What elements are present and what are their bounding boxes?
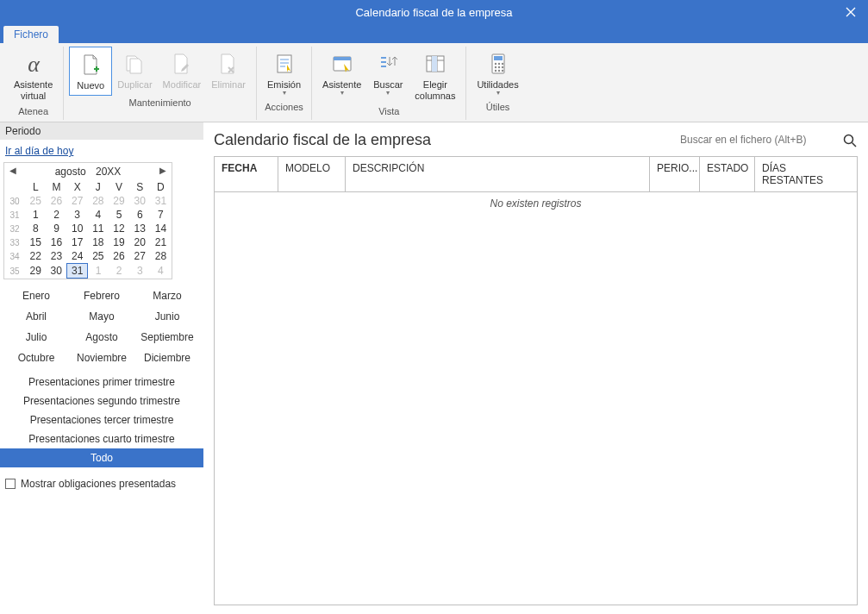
calendar-day[interactable]: 4 [88,208,109,222]
calendar-day[interactable]: 29 [109,194,129,208]
month-shortcut[interactable]: Septiembre [136,329,198,345]
elegir-columnas-button[interactable]: Elegircolumnas [409,47,460,104]
asistente-button[interactable]: Asistente ▾ [317,47,366,104]
month-shortcut[interactable]: Junio [136,309,198,324]
calendar-day[interactable]: 30 [129,194,150,208]
delete-icon [215,50,242,78]
menu-fichero[interactable]: Fichero [3,26,59,43]
calendar-day[interactable]: 23 [46,249,66,264]
calendar-day[interactable]: 18 [88,235,109,249]
calendar-day[interactable]: 21 [150,235,171,249]
calendar-day[interactable]: 28 [88,194,109,208]
month-shortcut[interactable]: Enero [5,288,67,304]
sidebar-header-periodo: Periodo [0,122,203,140]
ribbon: α Asistentevirtual Atenea Nuevo Duplicar [0,43,868,122]
calendar-day[interactable]: 2 [109,264,129,279]
calendar-day[interactable]: 15 [25,235,46,249]
calendar-day[interactable]: 25 [88,249,109,264]
next-month-button[interactable]: ▶ [159,166,166,175]
month-shortcut[interactable]: Abril [5,309,67,324]
prev-month-button[interactable]: ◀ [9,166,16,175]
titlebar: Calendario fiscal de la empresa [0,0,868,24]
sidebar: Periodo Ir al día de hoy ◀ agosto 20XX ▶… [0,122,203,614]
calendar-day[interactable]: 25 [25,194,46,208]
col-estado[interactable]: ESTADO [700,157,755,191]
calendar-day[interactable]: 12 [109,222,129,235]
calendar-day[interactable]: 14 [150,222,171,235]
calendar-day[interactable]: 3 [129,264,150,279]
go-to-today-link[interactable]: Ir al día de hoy [0,140,203,162]
calendar-day[interactable]: 11 [88,222,109,235]
calendar-day[interactable]: 16 [46,235,66,249]
calendar-year[interactable]: 20XX [96,166,121,178]
calendar-day[interactable]: 31 [150,194,171,208]
calendar-day[interactable]: 26 [46,194,66,208]
calendar-day[interactable]: 6 [129,208,150,222]
calendar-day[interactable]: 13 [129,222,150,235]
col-fecha[interactable]: FECHA [215,157,278,191]
presentation-shortcut[interactable]: Presentaciones cuarto trimestre [0,429,203,448]
show-presented-checkbox[interactable] [5,479,16,489]
calendar-day[interactable]: 3 [67,208,88,222]
month-shortcut[interactable]: Mayo [71,309,133,324]
calendar-day[interactable]: 24 [67,249,88,264]
calendar-day[interactable]: 22 [25,249,46,264]
calendar-day[interactable]: 27 [129,249,150,264]
presentation-shortcut[interactable]: Presentaciones tercer trimestre [0,410,203,429]
presentation-shortcut[interactable]: Presentaciones primer trimestre [0,373,203,392]
calendar-day[interactable]: 8 [25,222,46,235]
search-button[interactable] [842,133,858,148]
month-shortcut[interactable]: Diciembre [136,350,198,366]
calendar-day[interactable]: 26 [109,249,129,264]
emision-button[interactable]: Emisión ▾ [262,47,306,100]
close-button[interactable] [834,0,868,24]
svg-point-13 [501,66,503,68]
calendar-day[interactable]: 28 [150,249,171,264]
month-shortcut[interactable]: Julio [5,329,67,345]
calendar-day[interactable]: 9 [46,222,66,235]
presentation-shortcut[interactable]: Todo [0,448,203,467]
asistente-virtual-button[interactable]: α Asistentevirtual [9,47,58,104]
calendar-month[interactable]: agosto [55,166,86,178]
calendar-day[interactable]: 19 [109,235,129,249]
ribbon-group-mantenimiento: Nuevo Duplicar Modificar Eliminar [64,47,257,120]
group-label-atenea: Atenea [18,106,48,118]
columns-icon [422,50,449,78]
calendar-day[interactable]: 10 [67,222,88,235]
dow-header: M [46,180,66,194]
calendar-day[interactable]: 30 [46,264,66,279]
nuevo-button[interactable]: Nuevo [69,47,112,96]
emission-icon [271,50,298,78]
month-shortcut[interactable]: Octubre [5,350,67,366]
calendar-day[interactable]: 17 [67,235,88,249]
calendar-day[interactable]: 31 [67,264,88,279]
search-input[interactable] [678,131,834,149]
asistente-label-1: Asistente [14,79,53,90]
calendar-day[interactable]: 4 [150,264,171,279]
calendar-day[interactable]: 1 [88,264,109,279]
month-shortcut[interactable]: Febrero [71,288,133,304]
calendar-day[interactable]: 20 [129,235,150,249]
col-descripcion[interactable]: DESCRIPCIÓN [346,157,650,191]
month-shortcut[interactable]: Noviembre [71,350,133,366]
eliminar-label: Eliminar [211,79,246,91]
svg-point-14 [494,70,496,72]
calendar-day[interactable]: 29 [25,264,46,279]
calendar-day[interactable]: 5 [109,208,129,222]
grid-empty-message: No existen registros [215,192,857,215]
col-periodo[interactable]: PERIO... [650,157,700,191]
month-shortcut[interactable]: Marzo [136,288,198,304]
calendar-day[interactable]: 1 [25,208,46,222]
edit-icon [168,50,196,78]
month-shortcut[interactable]: Agosto [71,329,133,345]
col-modelo[interactable]: MODELO [278,157,346,191]
col-dias-restantes[interactable]: DÍAS RESTANTES [755,157,857,191]
presentation-shortcuts: Presentaciones primer trimestrePresentac… [0,373,203,467]
buscar-button[interactable]: Buscar ▾ [366,47,409,104]
data-grid: FECHA MODELO DESCRIPCIÓN PERIO... ESTADO… [214,156,858,605]
calendar-day[interactable]: 2 [46,208,66,222]
calendar-day[interactable]: 27 [67,194,88,208]
utilidades-button[interactable]: Utilidades ▾ [471,47,523,100]
presentation-shortcut[interactable]: Presentaciones segundo trimestre [0,392,203,410]
calendar-day[interactable]: 7 [150,208,171,222]
